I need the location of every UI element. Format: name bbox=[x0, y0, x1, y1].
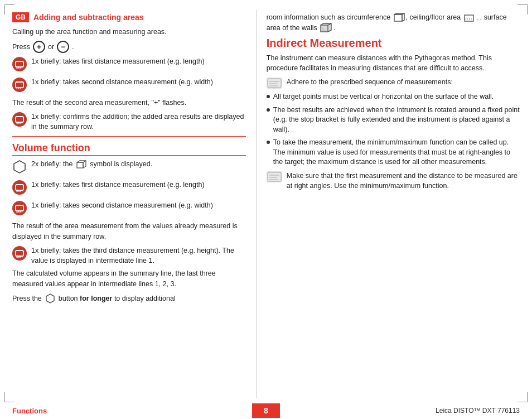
volume-title: Volume function bbox=[12, 142, 246, 156]
vol-result-text: The result of the area measurement from … bbox=[12, 221, 246, 242]
dist-icon-2: DIST bbox=[12, 78, 27, 95]
svg-point-0 bbox=[12, 57, 27, 71]
step1-text: 1x briefly: takes first distance measure… bbox=[31, 56, 205, 66]
press-longer-label: Press the bbox=[12, 295, 42, 302]
intro-text: Calling up the area function and measuri… bbox=[12, 27, 246, 37]
bullet1-text: All target points must be vertical or ho… bbox=[273, 92, 494, 102]
note2-row: Make sure that the first measurement and… bbox=[267, 171, 520, 192]
section-header: GB Adding and subtracting areas bbox=[12, 12, 246, 22]
bullet1-item: All target points must be vertical or ho… bbox=[267, 92, 520, 102]
bullet1-dot bbox=[267, 95, 270, 98]
vol-step1-text: 2x briefly: the symbol is displayed. bbox=[31, 159, 152, 169]
note1-icon bbox=[267, 78, 282, 89]
indirect-measurement-title: Indirect Measurement bbox=[267, 37, 520, 50]
vol-step4-text: 1x briefly: takes the third distance mea… bbox=[31, 245, 246, 266]
floor-icon bbox=[464, 13, 475, 22]
bullet3-text: To take the measurement, the minimum/max… bbox=[273, 138, 520, 167]
dist-icon-v2: DIST bbox=[12, 201, 27, 218]
bullet2-item: The best results are achieved when the i… bbox=[267, 105, 520, 135]
right-column: room information such as circumference ,… bbox=[256, 10, 520, 398]
room-info-text: room information such as circumference ,… bbox=[267, 12, 520, 33]
step2-text: 1x briefly: takes second distance measur… bbox=[31, 77, 213, 87]
step2-row: DIST 1x briefly: takes second distance m… bbox=[12, 77, 246, 95]
svg-text:DIST: DIST bbox=[16, 65, 22, 69]
svg-text:DIST: DIST bbox=[16, 210, 22, 213]
dist-icon-v3: DIST bbox=[12, 246, 27, 263]
result-text: The result of the second area measuremen… bbox=[12, 98, 246, 108]
svg-point-3 bbox=[12, 78, 27, 92]
dist-icon-1: DIST bbox=[12, 57, 27, 74]
press-hex-icon bbox=[45, 293, 56, 304]
note1-row: Adhere to the prescribed sequence of mea… bbox=[267, 77, 520, 89]
dist-icon-3: DIST bbox=[12, 112, 27, 129]
footer-page-number: 8 bbox=[252, 403, 280, 418]
svg-point-6 bbox=[12, 112, 27, 127]
or-label: or bbox=[48, 43, 54, 51]
plus-button-icon: + bbox=[33, 41, 45, 53]
section-divider bbox=[12, 136, 246, 137]
press-row: Press + or − . bbox=[12, 41, 246, 53]
svg-rect-28 bbox=[465, 15, 473, 21]
vol-step2-text: 1x briefly: takes first distance measure… bbox=[31, 180, 205, 190]
press-longer-row: Press the button for longer to display a… bbox=[12, 293, 246, 304]
bullet2-text: The best results are achieved when the i… bbox=[273, 105, 520, 135]
svg-point-20 bbox=[12, 246, 27, 261]
svg-rect-10 bbox=[77, 162, 83, 168]
bullet3-item: To take the measurement, the minimum/max… bbox=[267, 138, 520, 167]
hex-icon bbox=[12, 160, 27, 177]
svg-marker-23 bbox=[46, 294, 54, 303]
period-label: . bbox=[72, 43, 74, 51]
note1-text: Adhere to the prescribed sequence of mea… bbox=[287, 77, 453, 88]
bullet3-dot bbox=[267, 141, 270, 144]
svg-rect-24 bbox=[394, 15, 402, 21]
press-label: Press bbox=[12, 43, 30, 51]
vol-step4-row: DIST 1x briefly: takes the third distanc… bbox=[12, 245, 246, 266]
cube-icon bbox=[76, 160, 86, 169]
svg-text:DIST: DIST bbox=[16, 86, 22, 89]
svg-rect-34 bbox=[268, 79, 281, 88]
footer: Functions 8 Leica DISTO™ DXT 776113 bbox=[0, 402, 532, 419]
step1-row: DIST 1x briefly: takes first distance me… bbox=[12, 56, 246, 74]
footer-brand-label: Leica DISTO™ DXT 776113 bbox=[280, 407, 532, 415]
svg-text:DIST: DIST bbox=[16, 189, 22, 192]
vol-step1-row: 2x briefly: the symbol is displayed. bbox=[12, 159, 246, 177]
main-content: GB Adding and subtracting areas Calling … bbox=[12, 10, 520, 398]
bullet2-dot bbox=[267, 108, 270, 112]
walls-icon bbox=[320, 23, 332, 33]
vol-final-text: The calculated volume appears in the sum… bbox=[12, 268, 246, 290]
left-column: GB Adding and subtracting areas Calling … bbox=[12, 10, 256, 398]
step3-row: DIST 1x briefly: confirms the addition; … bbox=[12, 112, 246, 132]
page: GB Adding and subtracting areas Calling … bbox=[0, 0, 532, 419]
svg-text:DIST: DIST bbox=[16, 254, 22, 258]
footer-functions-label: Functions bbox=[0, 407, 252, 415]
svg-marker-9 bbox=[14, 161, 25, 173]
gb-badge: GB bbox=[12, 12, 29, 22]
press-longer-btn: button for longer to display additional bbox=[59, 295, 176, 302]
svg-text:DIST: DIST bbox=[16, 121, 22, 124]
note2-text: Make sure that the first measurement and… bbox=[287, 171, 520, 192]
dist-icon-v1: DIST bbox=[12, 180, 27, 198]
vol-step2-row: DIST 1x briefly: takes first distance me… bbox=[12, 180, 246, 198]
step3-text: 1x briefly: confirms the addition; the a… bbox=[31, 112, 246, 132]
svg-point-17 bbox=[12, 201, 27, 215]
section-title-adding: Adding and subtracting areas bbox=[33, 13, 144, 22]
minus-button-icon: − bbox=[57, 41, 69, 53]
svg-point-14 bbox=[12, 180, 27, 195]
vol-step3-row: DIST 1x briefly: takes second distance m… bbox=[12, 200, 246, 218]
vol-step3-text: 1x briefly: takes second distance measur… bbox=[31, 200, 213, 210]
note2-icon bbox=[267, 171, 282, 182]
indirect-intro: The instrument can measure distances wit… bbox=[267, 53, 520, 74]
svg-rect-38 bbox=[268, 172, 281, 181]
circumference-icon bbox=[394, 13, 405, 23]
